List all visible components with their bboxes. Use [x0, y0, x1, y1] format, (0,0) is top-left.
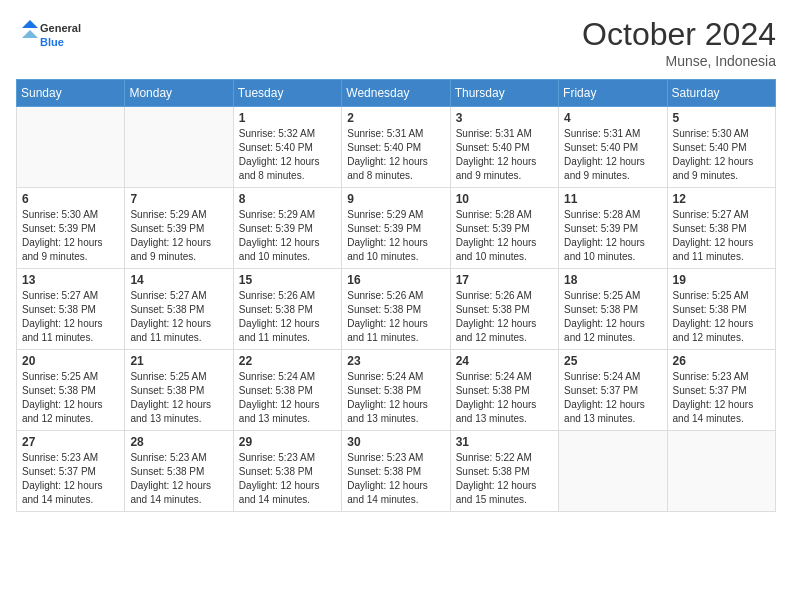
cell-info: Sunrise: 5:30 AMSunset: 5:40 PMDaylight:…: [673, 127, 770, 183]
table-row: 22Sunrise: 5:24 AMSunset: 5:38 PMDayligh…: [233, 350, 341, 431]
cell-info: Sunrise: 5:23 AMSunset: 5:37 PMDaylight:…: [673, 370, 770, 426]
day-number: 1: [239, 111, 336, 125]
table-row: 21Sunrise: 5:25 AMSunset: 5:38 PMDayligh…: [125, 350, 233, 431]
day-number: 14: [130, 273, 227, 287]
table-row: 23Sunrise: 5:24 AMSunset: 5:38 PMDayligh…: [342, 350, 450, 431]
cell-info: Sunrise: 5:30 AMSunset: 5:39 PMDaylight:…: [22, 208, 119, 264]
table-row: 30Sunrise: 5:23 AMSunset: 5:38 PMDayligh…: [342, 431, 450, 512]
day-number: 30: [347, 435, 444, 449]
day-number: 31: [456, 435, 553, 449]
day-number: 18: [564, 273, 661, 287]
day-number: 13: [22, 273, 119, 287]
table-row: 9Sunrise: 5:29 AMSunset: 5:39 PMDaylight…: [342, 188, 450, 269]
day-number: 16: [347, 273, 444, 287]
svg-text:Blue: Blue: [40, 36, 64, 48]
cell-info: Sunrise: 5:27 AMSunset: 5:38 PMDaylight:…: [22, 289, 119, 345]
cell-info: Sunrise: 5:22 AMSunset: 5:38 PMDaylight:…: [456, 451, 553, 507]
calendar-week-1: 1Sunrise: 5:32 AMSunset: 5:40 PMDaylight…: [17, 107, 776, 188]
day-number: 15: [239, 273, 336, 287]
table-row: 17Sunrise: 5:26 AMSunset: 5:38 PMDayligh…: [450, 269, 558, 350]
cell-info: Sunrise: 5:29 AMSunset: 5:39 PMDaylight:…: [239, 208, 336, 264]
header-tuesday: Tuesday: [233, 80, 341, 107]
svg-marker-3: [22, 30, 38, 38]
cell-info: Sunrise: 5:25 AMSunset: 5:38 PMDaylight:…: [564, 289, 661, 345]
table-row: 11Sunrise: 5:28 AMSunset: 5:39 PMDayligh…: [559, 188, 667, 269]
calendar-week-4: 20Sunrise: 5:25 AMSunset: 5:38 PMDayligh…: [17, 350, 776, 431]
calendar-week-5: 27Sunrise: 5:23 AMSunset: 5:37 PMDayligh…: [17, 431, 776, 512]
cell-info: Sunrise: 5:25 AMSunset: 5:38 PMDaylight:…: [130, 370, 227, 426]
day-number: 9: [347, 192, 444, 206]
table-row: 8Sunrise: 5:29 AMSunset: 5:39 PMDaylight…: [233, 188, 341, 269]
day-number: 25: [564, 354, 661, 368]
cell-info: Sunrise: 5:24 AMSunset: 5:38 PMDaylight:…: [239, 370, 336, 426]
logo-svg: General Blue: [16, 16, 96, 56]
header-sunday: Sunday: [17, 80, 125, 107]
day-number: 23: [347, 354, 444, 368]
day-number: 24: [456, 354, 553, 368]
cell-info: Sunrise: 5:32 AMSunset: 5:40 PMDaylight:…: [239, 127, 336, 183]
table-row: [125, 107, 233, 188]
table-row: 6Sunrise: 5:30 AMSunset: 5:39 PMDaylight…: [17, 188, 125, 269]
logo: General Blue: [16, 16, 96, 56]
cell-info: Sunrise: 5:27 AMSunset: 5:38 PMDaylight:…: [130, 289, 227, 345]
header-wednesday: Wednesday: [342, 80, 450, 107]
table-row: 13Sunrise: 5:27 AMSunset: 5:38 PMDayligh…: [17, 269, 125, 350]
table-row: 27Sunrise: 5:23 AMSunset: 5:37 PMDayligh…: [17, 431, 125, 512]
cell-info: Sunrise: 5:25 AMSunset: 5:38 PMDaylight:…: [22, 370, 119, 426]
day-number: 8: [239, 192, 336, 206]
table-row: 2Sunrise: 5:31 AMSunset: 5:40 PMDaylight…: [342, 107, 450, 188]
day-number: 6: [22, 192, 119, 206]
day-number: 12: [673, 192, 770, 206]
table-row: [667, 431, 775, 512]
day-number: 7: [130, 192, 227, 206]
page-header: General Blue October 2024 Munse, Indones…: [16, 16, 776, 69]
table-row: 16Sunrise: 5:26 AMSunset: 5:38 PMDayligh…: [342, 269, 450, 350]
table-row: 19Sunrise: 5:25 AMSunset: 5:38 PMDayligh…: [667, 269, 775, 350]
day-number: 19: [673, 273, 770, 287]
table-row: [559, 431, 667, 512]
day-number: 10: [456, 192, 553, 206]
cell-info: Sunrise: 5:31 AMSunset: 5:40 PMDaylight:…: [347, 127, 444, 183]
day-number: 28: [130, 435, 227, 449]
day-number: 27: [22, 435, 119, 449]
table-row: 10Sunrise: 5:28 AMSunset: 5:39 PMDayligh…: [450, 188, 558, 269]
table-row: 29Sunrise: 5:23 AMSunset: 5:38 PMDayligh…: [233, 431, 341, 512]
cell-info: Sunrise: 5:29 AMSunset: 5:39 PMDaylight:…: [130, 208, 227, 264]
cell-info: Sunrise: 5:31 AMSunset: 5:40 PMDaylight:…: [456, 127, 553, 183]
calendar-table: Sunday Monday Tuesday Wednesday Thursday…: [16, 79, 776, 512]
day-number: 2: [347, 111, 444, 125]
location: Munse, Indonesia: [582, 53, 776, 69]
day-number: 5: [673, 111, 770, 125]
table-row: 24Sunrise: 5:24 AMSunset: 5:38 PMDayligh…: [450, 350, 558, 431]
header-saturday: Saturday: [667, 80, 775, 107]
table-row: 25Sunrise: 5:24 AMSunset: 5:37 PMDayligh…: [559, 350, 667, 431]
table-row: 1Sunrise: 5:32 AMSunset: 5:40 PMDaylight…: [233, 107, 341, 188]
day-number: 26: [673, 354, 770, 368]
cell-info: Sunrise: 5:28 AMSunset: 5:39 PMDaylight:…: [456, 208, 553, 264]
calendar-week-3: 13Sunrise: 5:27 AMSunset: 5:38 PMDayligh…: [17, 269, 776, 350]
table-row: 31Sunrise: 5:22 AMSunset: 5:38 PMDayligh…: [450, 431, 558, 512]
calendar-header-row: Sunday Monday Tuesday Wednesday Thursday…: [17, 80, 776, 107]
cell-info: Sunrise: 5:26 AMSunset: 5:38 PMDaylight:…: [456, 289, 553, 345]
cell-info: Sunrise: 5:26 AMSunset: 5:38 PMDaylight:…: [239, 289, 336, 345]
cell-info: Sunrise: 5:29 AMSunset: 5:39 PMDaylight:…: [347, 208, 444, 264]
cell-info: Sunrise: 5:31 AMSunset: 5:40 PMDaylight:…: [564, 127, 661, 183]
header-thursday: Thursday: [450, 80, 558, 107]
cell-info: Sunrise: 5:23 AMSunset: 5:37 PMDaylight:…: [22, 451, 119, 507]
table-row: 14Sunrise: 5:27 AMSunset: 5:38 PMDayligh…: [125, 269, 233, 350]
cell-info: Sunrise: 5:26 AMSunset: 5:38 PMDaylight:…: [347, 289, 444, 345]
header-monday: Monday: [125, 80, 233, 107]
day-number: 3: [456, 111, 553, 125]
cell-info: Sunrise: 5:24 AMSunset: 5:38 PMDaylight:…: [347, 370, 444, 426]
table-row: 15Sunrise: 5:26 AMSunset: 5:38 PMDayligh…: [233, 269, 341, 350]
svg-marker-2: [22, 20, 38, 28]
cell-info: Sunrise: 5:24 AMSunset: 5:38 PMDaylight:…: [456, 370, 553, 426]
table-row: 4Sunrise: 5:31 AMSunset: 5:40 PMDaylight…: [559, 107, 667, 188]
cell-info: Sunrise: 5:24 AMSunset: 5:37 PMDaylight:…: [564, 370, 661, 426]
day-number: 29: [239, 435, 336, 449]
svg-text:General: General: [40, 22, 81, 34]
day-number: 20: [22, 354, 119, 368]
cell-info: Sunrise: 5:25 AMSunset: 5:38 PMDaylight:…: [673, 289, 770, 345]
title-block: October 2024 Munse, Indonesia: [582, 16, 776, 69]
calendar-week-2: 6Sunrise: 5:30 AMSunset: 5:39 PMDaylight…: [17, 188, 776, 269]
